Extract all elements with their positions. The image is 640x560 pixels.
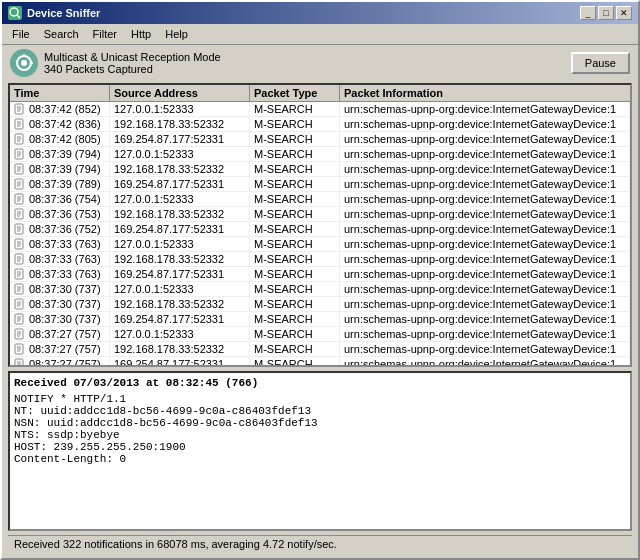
table-row[interactable]: 08:37:30 (737)169.254.87.177:52331M-SEAR… xyxy=(10,312,630,327)
svg-point-3 xyxy=(21,60,27,66)
menu-file[interactable]: File xyxy=(6,26,36,42)
cell-time: 08:37:33 (763) xyxy=(10,267,110,281)
cell-type: M-SEARCH xyxy=(250,312,340,326)
row-doc-icon xyxy=(14,253,26,265)
cell-info: urn:schemas-upnp-org:device:InternetGate… xyxy=(340,162,630,176)
cell-info: urn:schemas-upnp-org:device:InternetGate… xyxy=(340,132,630,146)
table-row[interactable]: 08:37:42 (852)127.0.0.1:52333M-SEARCHurn… xyxy=(10,102,630,117)
table-row[interactable]: 08:37:39 (794)192.168.178.33:52332M-SEAR… xyxy=(10,162,630,177)
svg-line-1 xyxy=(17,15,20,18)
table-row[interactable]: 08:37:36 (752)169.254.87.177:52331M-SEAR… xyxy=(10,222,630,237)
menu-search[interactable]: Search xyxy=(38,26,85,42)
cell-info: urn:schemas-upnp-org:device:InternetGate… xyxy=(340,282,630,296)
table-body[interactable]: 08:37:42 (852)127.0.0.1:52333M-SEARCHurn… xyxy=(10,102,630,365)
cell-info: urn:schemas-upnp-org:device:InternetGate… xyxy=(340,102,630,116)
table-row[interactable]: 08:37:30 (737)192.168.178.33:52332M-SEAR… xyxy=(10,297,630,312)
cell-type: M-SEARCH xyxy=(250,327,340,341)
cell-info: urn:schemas-upnp-org:device:InternetGate… xyxy=(340,342,630,356)
col-time[interactable]: Time xyxy=(10,85,110,101)
cell-source: 127.0.0.1:52333 xyxy=(110,237,250,251)
mode-icon xyxy=(10,49,38,77)
cell-type: M-SEARCH xyxy=(250,252,340,266)
close-button[interactable]: ✕ xyxy=(616,6,632,20)
cell-time: 08:37:27 (757) xyxy=(10,357,110,365)
row-doc-icon xyxy=(14,163,26,175)
cell-time: 08:37:42 (805) xyxy=(10,132,110,146)
row-doc-icon xyxy=(14,223,26,235)
row-doc-icon xyxy=(14,178,26,190)
main-content: Time Source Address Packet Type Packet I… xyxy=(2,81,638,558)
table-row[interactable]: 08:37:39 (794)127.0.0.1:52333M-SEARCHurn… xyxy=(10,147,630,162)
toolbar-text: Multicast & Unicast Reception Mode 340 P… xyxy=(44,51,221,75)
cell-info: urn:schemas-upnp-org:device:InternetGate… xyxy=(340,222,630,236)
minimize-button[interactable]: _ xyxy=(580,6,596,20)
packet-table-container: Time Source Address Packet Type Packet I… xyxy=(8,83,632,367)
cell-type: M-SEARCH xyxy=(250,132,340,146)
table-row[interactable]: 08:37:27 (757)169.254.87.177:52331M-SEAR… xyxy=(10,357,630,365)
cell-source: 192.168.178.33:52332 xyxy=(110,162,250,176)
row-doc-icon xyxy=(14,343,26,355)
cell-source: 127.0.0.1:52333 xyxy=(110,147,250,161)
col-type[interactable]: Packet Type xyxy=(250,85,340,101)
table-row[interactable]: 08:37:36 (754)127.0.0.1:52333M-SEARCHurn… xyxy=(10,192,630,207)
mode-line1: Multicast & Unicast Reception Mode xyxy=(44,51,221,63)
menu-bar: File Search Filter Http Help xyxy=(2,24,638,45)
cell-type: M-SEARCH xyxy=(250,267,340,281)
cell-source: 169.254.87.177:52331 xyxy=(110,312,250,326)
table-row[interactable]: 08:37:27 (757)127.0.0.1:52333M-SEARCHurn… xyxy=(10,327,630,342)
table-row[interactable]: 08:37:42 (836)192.168.178.33:52332M-SEAR… xyxy=(10,117,630,132)
cell-time: 08:37:33 (763) xyxy=(10,252,110,266)
cell-time: 08:37:30 (737) xyxy=(10,282,110,296)
cell-info: urn:schemas-upnp-org:device:InternetGate… xyxy=(340,117,630,131)
cell-info: urn:schemas-upnp-org:device:InternetGate… xyxy=(340,357,630,365)
cell-info: urn:schemas-upnp-org:device:InternetGate… xyxy=(340,327,630,341)
status-bar: Received 322 notifications in 68078 ms, … xyxy=(8,535,632,552)
cell-info: urn:schemas-upnp-org:device:InternetGate… xyxy=(340,252,630,266)
cell-source: 127.0.0.1:52333 xyxy=(110,192,250,206)
cell-source: 192.168.178.33:52332 xyxy=(110,297,250,311)
row-doc-icon xyxy=(14,148,26,160)
cell-type: M-SEARCH xyxy=(250,147,340,161)
table-row[interactable]: 08:37:30 (737)127.0.0.1:52333M-SEARCHurn… xyxy=(10,282,630,297)
cell-time: 08:37:42 (836) xyxy=(10,117,110,131)
maximize-button[interactable]: □ xyxy=(598,6,614,20)
col-info[interactable]: Packet Information xyxy=(340,85,630,101)
table-row[interactable]: 08:37:27 (757)192.168.178.33:52332M-SEAR… xyxy=(10,342,630,357)
cell-info: urn:schemas-upnp-org:device:InternetGate… xyxy=(340,312,630,326)
cell-time: 08:37:27 (757) xyxy=(10,327,110,341)
row-doc-icon xyxy=(14,283,26,295)
menu-filter[interactable]: Filter xyxy=(87,26,123,42)
toolbar: Multicast & Unicast Reception Mode 340 P… xyxy=(2,45,638,81)
row-doc-icon xyxy=(14,118,26,130)
cell-source: 192.168.178.33:52332 xyxy=(110,252,250,266)
cell-info: urn:schemas-upnp-org:device:InternetGate… xyxy=(340,147,630,161)
detail-content: NOTIFY * HTTP/1.1 NT: uuid:addcc1d8-bc56… xyxy=(14,393,626,465)
table-row[interactable]: 08:37:33 (763)169.254.87.177:52331M-SEAR… xyxy=(10,267,630,282)
app-icon xyxy=(8,6,22,20)
table-row[interactable]: 08:37:33 (763)192.168.178.33:52332M-SEAR… xyxy=(10,252,630,267)
table-row[interactable]: 08:37:36 (753)192.168.178.33:52332M-SEAR… xyxy=(10,207,630,222)
detail-panel[interactable]: Received 07/03/2013 at 08:32:45 (766)NOT… xyxy=(8,371,632,531)
col-source[interactable]: Source Address xyxy=(110,85,250,101)
title-bar: Device Sniffer _ □ ✕ xyxy=(2,2,638,24)
cell-time: 08:37:30 (737) xyxy=(10,312,110,326)
window-title: Device Sniffer xyxy=(27,7,100,19)
row-doc-icon xyxy=(14,133,26,145)
cell-type: M-SEARCH xyxy=(250,207,340,221)
cell-type: M-SEARCH xyxy=(250,237,340,251)
window-controls: _ □ ✕ xyxy=(580,6,632,20)
menu-http[interactable]: Http xyxy=(125,26,157,42)
title-bar-left: Device Sniffer xyxy=(8,6,100,20)
cell-time: 08:37:39 (794) xyxy=(10,147,110,161)
cell-source: 169.254.87.177:52331 xyxy=(110,357,250,365)
cell-time: 08:37:39 (794) xyxy=(10,162,110,176)
cell-source: 127.0.0.1:52333 xyxy=(110,102,250,116)
pause-button[interactable]: Pause xyxy=(571,52,630,74)
cell-source: 169.254.87.177:52331 xyxy=(110,222,250,236)
cell-info: urn:schemas-upnp-org:device:InternetGate… xyxy=(340,267,630,281)
menu-help[interactable]: Help xyxy=(159,26,194,42)
table-row[interactable]: 08:37:42 (805)169.254.87.177:52331M-SEAR… xyxy=(10,132,630,147)
table-row[interactable]: 08:37:39 (789)169.254.87.177:52331M-SEAR… xyxy=(10,177,630,192)
table-row[interactable]: 08:37:33 (763)127.0.0.1:52333M-SEARCHurn… xyxy=(10,237,630,252)
cell-time: 08:37:36 (752) xyxy=(10,222,110,236)
